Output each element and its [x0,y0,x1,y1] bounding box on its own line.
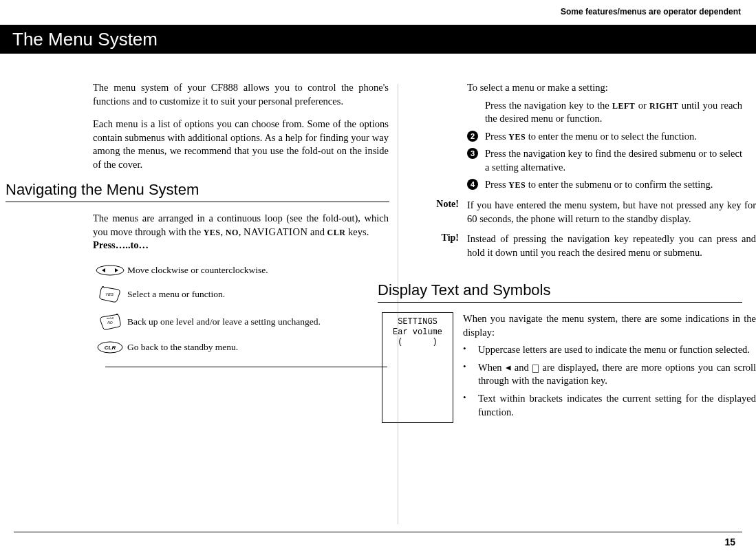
bullet-1: • Uppercase letters are used to indicate… [463,343,756,357]
chapter-title: The Menu System [12,29,158,50]
key-desc-nav: Move clockwise or counterclockwise. [127,265,389,276]
page-number: 15 [724,536,735,547]
svg-text:on/off: on/off [107,316,114,320]
tip-body: Instead of pressing the navigation key r… [467,232,756,259]
select-intro: To select a menu or make a setting: [467,81,742,95]
svg-text:NO: NO [107,321,113,325]
section-heading-display: Display Text and Symbols [378,281,742,303]
footer-rule [14,532,742,532]
nav-paragraph: The menus are arranged in a continuous l… [93,212,389,239]
section-rule [105,367,387,367]
lcd-display-example: SETTINGS Ear volume ( ) [382,312,453,423]
bullet-2: • When ◂ and are displayed, there are mo… [463,361,756,388]
svg-text:CLR: CLR [105,345,116,351]
step-4-marker: 4 [467,179,478,190]
step-2-marker: 2 [467,131,478,142]
tip-row: Tip! Instead of pressing the navigation … [378,232,756,259]
header-note: Some features/menus are operator depende… [561,7,741,17]
key-row-nav: Move clockwise or counterclockwise. [93,265,389,276]
press-to-heading: Press…..to… [93,239,389,251]
note-row: Note! If you have entered the menu syste… [378,199,756,226]
left-column: The menu system of your CF888 allows you… [0,81,378,423]
step-4: 4 Press YES to enter the submenu or to c… [467,178,742,192]
key-row-yes: YES Select a menu or function. [93,285,389,303]
step-2: 2 Press YES to enter the menu or to sele… [467,130,742,144]
step-1: Press the navigation key to the LEFT or … [467,99,742,126]
right-column: To select a menu or make a setting: Pres… [378,81,756,423]
tip-label: Tip! [378,232,467,259]
navigation-key-icon [93,265,127,276]
section-heading-navigating: Navigating the Menu System [6,181,389,202]
svg-point-0 [96,265,124,275]
key-desc-clr: Go back to the standby menu. [127,342,389,353]
svg-text:YES: YES [105,292,114,296]
key-desc-no: Back up one level and/or leave a setting… [127,316,389,327]
intro-paragraph-1: The menu system of your CF888 allows you… [93,81,389,108]
key-row-clr: CLR Go back to the standby menu. [93,340,389,354]
no-key-icon: NO on/off [93,313,127,331]
step-3-marker: 3 [467,148,478,159]
chapter-title-bar: The Menu System [0,25,756,54]
bullet-3: • Text within brackets indicates the cur… [463,392,756,419]
note-label: Note! [378,199,467,226]
note-body: If you have entered the menu system, but… [467,199,756,226]
intro-paragraph-2: Each menu is a list of options you can c… [93,118,389,171]
display-intro: When you navigate the menu system, there… [463,312,756,339]
key-row-no: NO on/off Back up one level and/or leave… [93,313,389,331]
left-arrow-symbol: ◂ [506,362,511,373]
right-arrow-symbol [532,365,539,373]
clr-key-icon: CLR [93,340,127,354]
step-3: 3 Press the navigation key to find the d… [467,147,742,174]
key-desc-yes: Select a menu or function. [127,289,389,300]
yes-key-icon: YES [93,285,127,303]
